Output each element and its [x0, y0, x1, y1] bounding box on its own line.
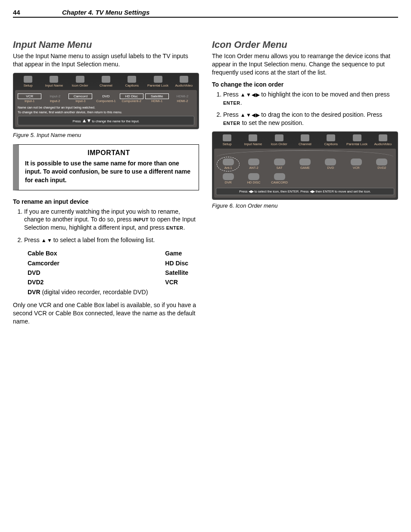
osd-tab-icon: [327, 134, 335, 141]
osd-device-icon: HD DISC: [241, 172, 266, 185]
osd-tab-icon: [154, 76, 162, 83]
device-glyph-icon: [248, 173, 259, 180]
osd-tab: AudioVideo: [370, 134, 396, 147]
rename-heading: To rename an input device: [13, 198, 199, 205]
input-name-heading: Input Name Menu: [13, 39, 199, 50]
osd-tab-label: Parental Lock: [344, 142, 370, 146]
important-body: It is possible to use the same name for …: [25, 159, 193, 185]
osd-tab-icon: [102, 76, 110, 83]
osd-device-icon: GAME: [293, 158, 317, 171]
osd-tab: Parental Lock: [344, 134, 370, 147]
osd-tab-icon: [128, 76, 136, 83]
osd-note-2: To change the name, first watch another …: [18, 110, 194, 114]
osd-tab-label: Setup: [15, 84, 41, 87]
right-column: Icon Order Menu The Icon Order menu allo…: [212, 39, 398, 330]
osd-tab-icon: [249, 134, 257, 141]
osd-device-icon: DVD: [318, 158, 343, 171]
osd-device-icon: VCR: [344, 158, 368, 171]
osd-input-cell: DVDComponent-1: [94, 93, 118, 103]
icon-order-heading: Icon Order Menu: [212, 39, 398, 50]
osd-tab: Channel: [93, 75, 119, 88]
device-glyph-icon: [376, 159, 387, 165]
osd-device-icon: ANT-2: [241, 158, 266, 171]
device-glyph-icon: [325, 159, 336, 165]
osd-tab-icon: [50, 76, 58, 83]
device-glyph-icon: [223, 159, 234, 165]
osd-tab: Parental Lock: [145, 75, 171, 88]
device-glyph-icon: [351, 159, 362, 165]
osd-tab-label: Channel: [292, 142, 318, 146]
osd-tab-label: AudioVideo: [370, 142, 396, 146]
osd-tab-label: Input Name: [240, 142, 266, 146]
osd-tab: AudioVideo: [171, 75, 197, 88]
osd-tab-icon: [24, 76, 32, 83]
osd-tab: Input Name: [240, 134, 266, 147]
osd-input-cell: HDMI-2HDMI-2: [171, 93, 194, 103]
osd-tab-label: AudioVideo: [171, 84, 197, 87]
order-step-1: Press ▲ ▼ ◀ ▶ to highlight the icon to b…: [223, 90, 398, 107]
osd-device-icon: SAT: [267, 158, 292, 171]
osd-input-cell: SatelliteHDMI-1: [145, 93, 169, 103]
osd-input-cell: VCRInput-1: [18, 93, 41, 103]
osd-tab: Captions: [119, 75, 145, 88]
change-order-heading: To change the icon order: [212, 81, 398, 88]
label-list: Cable Box Camcorder DVD DVD2 DVR (digita…: [28, 249, 199, 297]
osd-tab: Icon Order: [67, 75, 93, 88]
osd-device-icon: CAMCORD: [267, 172, 292, 185]
rename-step-2: Press ▲ ▼ to select a label from the fol…: [24, 236, 199, 244]
device-glyph-icon: [248, 159, 259, 165]
figure-6-caption: Figure 6. Icon Order menu: [212, 202, 398, 209]
osd-tab: Input Name: [41, 75, 67, 88]
osd-tab: Icon Order: [266, 134, 292, 147]
osd-tab-label: Channel: [93, 84, 119, 87]
osd-tab-label: Icon Order: [266, 142, 292, 146]
osd-status-bar: Press ▲▼ to change the name for the inpu…: [18, 116, 194, 125]
rename-step-1: If you are currently watching the input …: [24, 208, 199, 232]
osd-tab-icon: [301, 134, 309, 141]
osd-status-bar-2: Press ◀▶ to select the icon, then ENTER.…: [216, 188, 394, 195]
osd-tab-label: Setup: [214, 142, 240, 146]
osd-tab-label: Captions: [318, 142, 344, 146]
osd-tab-icon: [180, 76, 188, 83]
osd-tab-icon: [379, 134, 387, 141]
osd-tab: Channel: [292, 134, 318, 147]
label-note: Only one VCR and one Cable Box label is …: [13, 301, 199, 326]
osd-tab-icon: [353, 134, 361, 141]
device-glyph-icon: [223, 173, 234, 180]
important-title: IMPORTANT: [25, 149, 193, 157]
device-glyph-icon: [274, 159, 285, 165]
device-glyph-icon: [274, 173, 285, 180]
order-step-2: Press ▲ ▼ ◀ ▶ to drag the icon to the de…: [223, 111, 398, 127]
osd-note-1: Name can not be changed for an input bei…: [18, 106, 194, 109]
icon-order-intro: The Icon Order menu allows you to rearra…: [212, 52, 398, 77]
osd-tab-label: Parental Lock: [145, 84, 171, 87]
osd-tab-label: Input Name: [41, 84, 67, 87]
osd-device-icon: DVD2: [370, 158, 394, 171]
figure-5-osd: SetupInput NameIcon OrderChannelCaptions…: [13, 73, 199, 129]
osd-tab: Setup: [214, 134, 240, 147]
osd-tab-label: Captions: [119, 84, 145, 87]
left-column: Input Name Menu Use the Input Name menu …: [13, 39, 199, 330]
figure-5-caption: Figure 5. Input Name menu: [13, 132, 199, 138]
osd-input-cell: Input-2Input-2: [43, 93, 67, 103]
osd-tab: Setup: [15, 75, 41, 88]
osd-tab-icon: [275, 134, 283, 141]
osd-input-cell: CamcordInput-3: [68, 93, 92, 103]
page-number: 44: [13, 9, 60, 16]
figure-6-osd: SetupInput NameIcon OrderChannelCaptions…: [212, 131, 398, 200]
page-header: 44 Chapter 4. TV Menu Settings: [13, 9, 398, 18]
chapter-title: Chapter 4. TV Menu Settings: [62, 9, 149, 16]
osd-tab-label: Icon Order: [67, 84, 93, 87]
osd-device-icon: Ant-1: [216, 158, 240, 171]
osd-tab: Captions: [318, 134, 344, 147]
osd-input-cell: HD DiscComponent-2: [120, 93, 143, 103]
osd-device-icon: DVR: [216, 172, 240, 185]
important-box: IMPORTANT It is possible to use the same…: [13, 144, 199, 190]
input-name-intro: Use the Input Name menu to assign useful…: [13, 52, 199, 68]
osd-tab-icon: [76, 76, 84, 83]
device-glyph-icon: [299, 159, 311, 165]
osd-tab-icon: [223, 134, 231, 141]
